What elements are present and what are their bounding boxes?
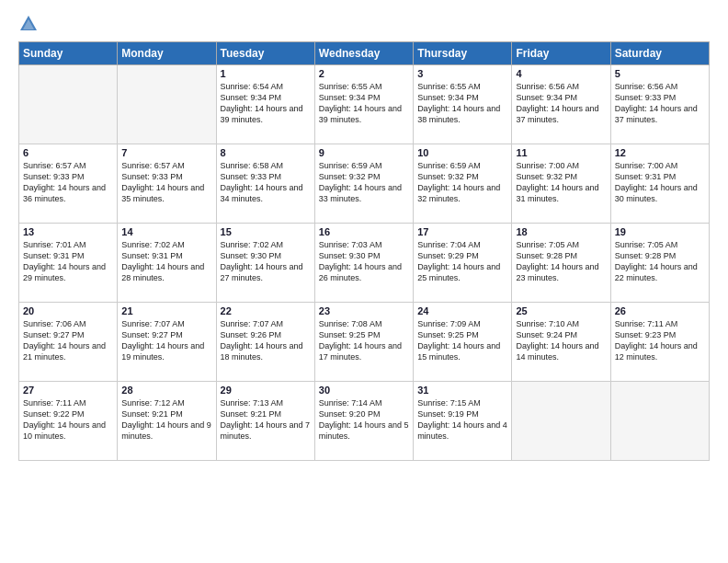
calendar-cell: 23Sunrise: 7:08 AMSunset: 9:25 PMDayligh… [314, 303, 413, 382]
cell-info: Sunrise: 7:15 AMSunset: 9:19 PMDaylight:… [417, 397, 507, 442]
day-number: 5 [615, 68, 705, 79]
logo-icon [18, 14, 39, 34]
calendar-week-row: 13Sunrise: 7:01 AMSunset: 9:31 PMDayligh… [19, 224, 710, 303]
day-number: 4 [516, 68, 606, 79]
calendar-cell: 9Sunrise: 6:59 AMSunset: 9:32 PMDaylight… [314, 144, 413, 224]
cell-info: Sunrise: 6:58 AMSunset: 9:33 PMDaylight:… [221, 160, 311, 205]
calendar-cell: 27Sunrise: 7:11 AMSunset: 9:22 PMDayligh… [19, 382, 118, 461]
logo [18, 14, 41, 34]
calendar-cell: 14Sunrise: 7:02 AMSunset: 9:31 PMDayligh… [118, 224, 216, 303]
calendar-cell [512, 382, 610, 461]
calendar-week-row: 27Sunrise: 7:11 AMSunset: 9:22 PMDayligh… [19, 382, 710, 461]
cell-info: Sunrise: 7:11 AMSunset: 9:23 PMDaylight:… [615, 318, 705, 363]
calendar-cell: 19Sunrise: 7:05 AMSunset: 9:28 PMDayligh… [610, 224, 709, 303]
day-number: 31 [417, 385, 507, 396]
cell-info: Sunrise: 7:00 AMSunset: 9:32 PMDaylight:… [516, 160, 606, 205]
header [18, 14, 710, 34]
calendar-cell: 1Sunrise: 6:54 AMSunset: 9:34 PMDaylight… [216, 65, 314, 144]
day-number: 19 [615, 226, 705, 237]
calendar-cell: 17Sunrise: 7:04 AMSunset: 9:29 PMDayligh… [414, 224, 512, 303]
page: SundayMondayTuesdayWednesdayThursdayFrid… [0, 0, 728, 563]
calendar-cell: 3Sunrise: 6:55 AMSunset: 9:34 PMDaylight… [414, 65, 512, 144]
cell-info: Sunrise: 7:09 AMSunset: 9:25 PMDaylight:… [417, 318, 507, 363]
cell-info: Sunrise: 7:10 AMSunset: 9:24 PMDaylight:… [516, 318, 606, 363]
calendar-cell: 16Sunrise: 7:03 AMSunset: 9:30 PMDayligh… [314, 224, 413, 303]
cell-info: Sunrise: 6:59 AMSunset: 9:32 PMDaylight:… [417, 160, 507, 205]
calendar-week-row: 6Sunrise: 6:57 AMSunset: 9:33 PMDaylight… [19, 144, 710, 224]
calendar-cell: 24Sunrise: 7:09 AMSunset: 9:25 PMDayligh… [414, 303, 512, 382]
day-number: 30 [319, 385, 409, 396]
cell-info: Sunrise: 7:03 AMSunset: 9:30 PMDaylight:… [319, 239, 409, 284]
day-number: 20 [23, 305, 113, 316]
day-number: 25 [516, 305, 606, 316]
cell-info: Sunrise: 7:05 AMSunset: 9:28 PMDaylight:… [516, 239, 606, 284]
cell-info: Sunrise: 7:11 AMSunset: 9:22 PMDaylight:… [23, 397, 113, 442]
day-number: 3 [417, 68, 507, 79]
weekday-header: Tuesday [216, 42, 314, 65]
cell-info: Sunrise: 6:57 AMSunset: 9:33 PMDaylight:… [121, 160, 211, 205]
day-number: 23 [319, 305, 409, 316]
calendar-cell [610, 382, 709, 461]
cell-info: Sunrise: 7:06 AMSunset: 9:27 PMDaylight:… [23, 318, 113, 363]
cell-info: Sunrise: 6:56 AMSunset: 9:34 PMDaylight:… [516, 81, 606, 126]
weekday-header: Saturday [610, 42, 709, 65]
day-number: 7 [121, 147, 211, 158]
day-number: 26 [615, 305, 705, 316]
calendar-cell: 7Sunrise: 6:57 AMSunset: 9:33 PMDaylight… [118, 144, 216, 224]
cell-info: Sunrise: 6:59 AMSunset: 9:32 PMDaylight:… [319, 160, 409, 205]
cell-info: Sunrise: 6:55 AMSunset: 9:34 PMDaylight:… [417, 81, 507, 126]
day-number: 15 [221, 226, 311, 237]
cell-info: Sunrise: 7:04 AMSunset: 9:29 PMDaylight:… [417, 239, 507, 284]
day-number: 10 [417, 147, 507, 158]
calendar: SundayMondayTuesdayWednesdayThursdayFrid… [18, 41, 710, 461]
cell-info: Sunrise: 7:05 AMSunset: 9:28 PMDaylight:… [615, 239, 705, 284]
cell-info: Sunrise: 7:01 AMSunset: 9:31 PMDaylight:… [23, 239, 113, 284]
cell-info: Sunrise: 7:13 AMSunset: 9:21 PMDaylight:… [221, 397, 311, 442]
calendar-cell: 29Sunrise: 7:13 AMSunset: 9:21 PMDayligh… [216, 382, 314, 461]
weekday-header: Thursday [414, 42, 512, 65]
cell-info: Sunrise: 7:12 AMSunset: 9:21 PMDaylight:… [121, 397, 211, 442]
calendar-cell: 26Sunrise: 7:11 AMSunset: 9:23 PMDayligh… [610, 303, 709, 382]
day-number: 2 [319, 68, 409, 79]
day-number: 11 [516, 147, 606, 158]
weekday-header: Wednesday [314, 42, 413, 65]
day-number: 6 [23, 147, 113, 158]
cell-info: Sunrise: 7:08 AMSunset: 9:25 PMDaylight:… [319, 318, 409, 363]
calendar-cell: 8Sunrise: 6:58 AMSunset: 9:33 PMDaylight… [216, 144, 314, 224]
weekday-header: Friday [512, 42, 610, 65]
day-number: 1 [221, 68, 311, 79]
day-number: 16 [319, 226, 409, 237]
calendar-cell: 4Sunrise: 6:56 AMSunset: 9:34 PMDaylight… [512, 65, 610, 144]
calendar-cell: 15Sunrise: 7:02 AMSunset: 9:30 PMDayligh… [216, 224, 314, 303]
calendar-cell: 10Sunrise: 6:59 AMSunset: 9:32 PMDayligh… [414, 144, 512, 224]
day-number: 17 [417, 226, 507, 237]
calendar-cell: 25Sunrise: 7:10 AMSunset: 9:24 PMDayligh… [512, 303, 610, 382]
calendar-cell [118, 65, 216, 144]
calendar-cell: 21Sunrise: 7:07 AMSunset: 9:27 PMDayligh… [118, 303, 216, 382]
day-number: 12 [615, 147, 705, 158]
cell-info: Sunrise: 7:00 AMSunset: 9:31 PMDaylight:… [615, 160, 705, 205]
day-number: 21 [121, 305, 211, 316]
day-number: 13 [23, 226, 113, 237]
weekday-header: Monday [118, 42, 216, 65]
weekday-header: Sunday [19, 42, 118, 65]
day-number: 14 [121, 226, 211, 237]
calendar-cell: 5Sunrise: 6:56 AMSunset: 9:33 PMDaylight… [610, 65, 709, 144]
day-number: 8 [221, 147, 311, 158]
day-number: 22 [221, 305, 311, 316]
cell-info: Sunrise: 7:02 AMSunset: 9:31 PMDaylight:… [121, 239, 211, 284]
calendar-cell: 18Sunrise: 7:05 AMSunset: 9:28 PMDayligh… [512, 224, 610, 303]
day-number: 18 [516, 226, 606, 237]
calendar-week-row: 20Sunrise: 7:06 AMSunset: 9:27 PMDayligh… [19, 303, 710, 382]
cell-info: Sunrise: 7:02 AMSunset: 9:30 PMDaylight:… [221, 239, 311, 284]
cell-info: Sunrise: 6:57 AMSunset: 9:33 PMDaylight:… [23, 160, 113, 205]
day-number: 24 [417, 305, 507, 316]
calendar-week-row: 1Sunrise: 6:54 AMSunset: 9:34 PMDaylight… [19, 65, 710, 144]
calendar-cell: 31Sunrise: 7:15 AMSunset: 9:19 PMDayligh… [414, 382, 512, 461]
cell-info: Sunrise: 7:07 AMSunset: 9:27 PMDaylight:… [121, 318, 211, 363]
calendar-cell [19, 65, 118, 144]
calendar-cell: 28Sunrise: 7:12 AMSunset: 9:21 PMDayligh… [118, 382, 216, 461]
calendar-cell: 13Sunrise: 7:01 AMSunset: 9:31 PMDayligh… [19, 224, 118, 303]
calendar-cell: 22Sunrise: 7:07 AMSunset: 9:26 PMDayligh… [216, 303, 314, 382]
calendar-cell: 6Sunrise: 6:57 AMSunset: 9:33 PMDaylight… [19, 144, 118, 224]
